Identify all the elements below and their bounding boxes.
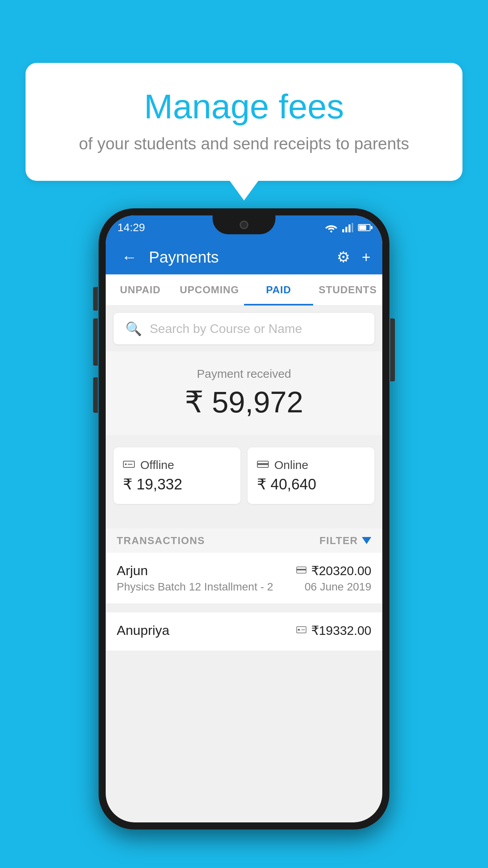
payment-label: Payment received [106,367,382,381]
side-btn-left-bot [93,377,98,413]
camera [240,221,248,229]
tab-unpaid[interactable]: UNPAID [106,274,175,305]
txn-amount-row-anupriya: ₹19332.00 [296,623,371,638]
search-icon: 🔍 [125,321,142,337]
top-bar: ← Payments ⚙ + [106,240,382,274]
txn-name-arjun: Arjun [117,563,148,578]
tab-upcoming[interactable]: UPCOMING [175,274,244,305]
txn-amount-arjun: ₹20320.00 [311,563,371,578]
status-time: 14:29 [117,221,145,234]
notch [213,215,275,234]
txn-sub-arjun: Physics Batch 12 Installment - 2 06 June… [117,581,371,593]
txn-offline-icon-anupriya [296,624,306,636]
txn-date-arjun: 06 June 2019 [305,581,371,593]
txn-course-arjun: Physics Batch 12 Installment - 2 [117,581,273,593]
side-btn-left-top [93,287,98,311]
filter-icon [362,537,371,544]
online-card: Online ₹ 40,640 [248,447,374,504]
bubble-subtitle: of your students and send receipts to pa… [53,134,435,153]
online-card-header: Online [257,458,365,472]
transactions-header: TRANSACTIONS FILTER [106,528,382,553]
add-button[interactable]: + [362,249,371,266]
battery-icon [358,224,371,231]
transaction-row-anupriya[interactable]: Anupriya ₹19332.00 [106,612,382,651]
tab-students[interactable]: STUDENTS [313,274,382,305]
svg-rect-3 [349,224,350,232]
payment-section: Payment received ₹ 59,972 [106,351,382,435]
online-icon [257,458,269,472]
back-button[interactable]: ← [117,245,141,270]
txn-amount-row-arjun: ₹20320.00 [296,563,371,578]
offline-card-header: Offline [123,458,231,472]
phone-outer: 14:29 [99,208,389,829]
offline-icon [123,458,135,472]
filter-label: FILTER [319,535,358,547]
offline-label: Offline [140,458,174,472]
svg-rect-6 [125,463,127,465]
side-btn-left-mid [93,330,98,366]
cards-row: Offline ₹ 19,332 Online [114,447,374,504]
speech-bubble: Manage fees of your students and send re… [26,63,462,181]
payment-amount: ₹ 59,972 [106,384,382,419]
offline-amount: ₹ 19,332 [123,476,231,493]
wifi-icon [325,223,338,232]
bubble-title: Manage fees [53,86,435,127]
svg-rect-9 [257,463,268,465]
gear-icon[interactable]: ⚙ [337,248,350,266]
offline-card: Offline ₹ 19,332 [114,447,240,504]
phone: 14:29 [99,208,389,829]
svg-rect-13 [298,629,300,631]
signal-icon [342,223,353,232]
online-amount: ₹ 40,640 [257,476,365,493]
search-input[interactable]: Search by Course or Name [150,322,302,336]
page-title: Payments [149,248,337,266]
txn-name-anupriya: Anupriya [117,623,169,638]
top-icons: ⚙ + [337,248,371,266]
transaction-top-anupriya: Anupriya ₹19332.00 [117,623,371,638]
transaction-row-arjun[interactable]: Arjun ₹20320.00 Physics Batch 12 Install… [106,553,382,604]
txn-amount-anupriya: ₹19332.00 [311,623,371,638]
transactions-label: TRANSACTIONS [117,535,205,547]
search-bar[interactable]: 🔍 Search by Course or Name [114,313,374,344]
txn-online-icon-arjun [296,565,306,577]
filter-button[interactable]: FILTER [319,535,371,547]
phone-screen: 14:29 [106,215,382,822]
status-icons [325,223,371,232]
online-label: Online [274,458,308,472]
svg-point-0 [330,231,332,233]
transaction-top-arjun: Arjun ₹20320.00 [117,563,371,578]
svg-rect-4 [352,223,353,232]
svg-rect-2 [345,227,347,232]
svg-rect-1 [342,229,344,232]
tabs-bar: UNPAID UPCOMING PAID STUDENTS [106,274,382,306]
svg-rect-11 [297,569,306,570]
tab-paid[interactable]: PAID [244,274,313,305]
side-btn-right [390,330,395,381]
